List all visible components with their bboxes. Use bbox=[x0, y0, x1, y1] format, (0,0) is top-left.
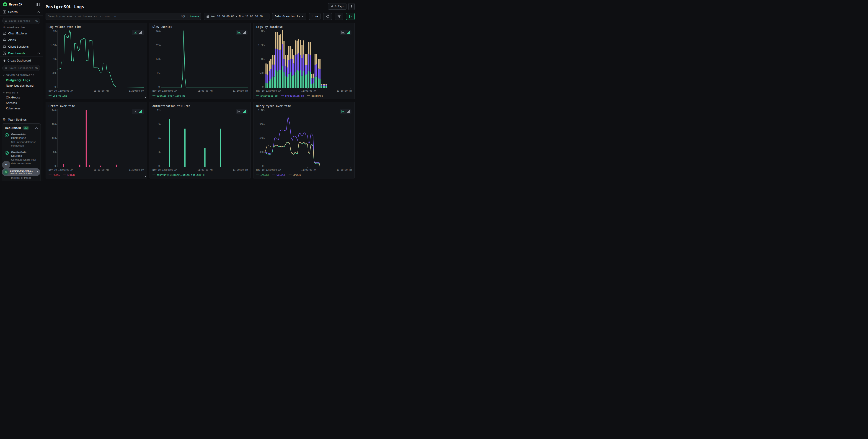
bar-chart-toggle-button[interactable] bbox=[139, 31, 142, 34]
legend-label: INSERT bbox=[260, 174, 269, 176]
more-options-button[interactable] bbox=[348, 3, 355, 10]
line-chart-toggle-button[interactable] bbox=[237, 110, 241, 113]
user-menu[interactable]: D dominic.tran@clic... dominic.tran@clic… bbox=[2, 168, 40, 176]
granularity-select[interactable]: Auto Granularity bbox=[272, 13, 306, 20]
chevron-up-icon bbox=[37, 11, 40, 13]
y-tick-label: 240 bbox=[52, 109, 56, 112]
dashboard-grid: Log volume over time 2K1.5K1K5000 Nov 10… bbox=[45, 23, 355, 179]
y-tick-label: 180 bbox=[52, 123, 56, 126]
section-saved-dashboards[interactable]: SAVED DASHBOARDS bbox=[0, 71, 43, 77]
resize-handle[interactable] bbox=[352, 176, 353, 177]
sidebar-item-chart-explorer[interactable]: Chart Explorer bbox=[0, 30, 43, 37]
app-root: HyperDX Search ⌘K No saved searches Char… bbox=[0, 0, 358, 181]
time-range-picker[interactable]: Nov 10 00:00:00 - Nov 11 00:00:00 bbox=[204, 13, 270, 20]
logs-list-icon bbox=[3, 10, 6, 14]
sidebar-item-label: Dashboards bbox=[8, 52, 35, 55]
bar-chart-toggle-button[interactable] bbox=[347, 31, 350, 34]
create-dashboard-label: Create Dashboard bbox=[7, 59, 31, 62]
line-chart-toggle-button[interactable] bbox=[133, 31, 137, 34]
play-icon bbox=[349, 15, 352, 18]
keyboard-shortcut-badge: ⌘K bbox=[35, 67, 38, 69]
y-tick-label: 6 bbox=[158, 137, 160, 139]
bell-icon bbox=[3, 38, 6, 42]
chart-plot[interactable] bbox=[57, 109, 144, 167]
line-chart-toggle-button[interactable] bbox=[341, 31, 345, 34]
bar-chart-toggle-button[interactable] bbox=[139, 110, 142, 113]
legend-label: countIf(like(arr..ation failed%')) bbox=[157, 174, 206, 176]
chart-plot[interactable] bbox=[265, 109, 352, 167]
y-axis-labels: 2K1.5K1K5000 bbox=[256, 30, 265, 88]
sidebar-item-dashboards[interactable]: Dashboards bbox=[0, 50, 43, 57]
filter-button[interactable] bbox=[335, 13, 343, 20]
help-button[interactable]: ? bbox=[2, 161, 10, 169]
x-tick-label: 11:30:00 PM bbox=[233, 90, 248, 92]
sidebar-item-client-sessions[interactable]: Client Sessions bbox=[0, 43, 43, 50]
header-actions: 0 Tags bbox=[328, 3, 355, 10]
y-tick-label: 0 bbox=[158, 86, 160, 88]
live-button[interactable]: Live bbox=[309, 13, 320, 20]
chart-type-toggle bbox=[236, 109, 248, 115]
sidebar-item-nginx-dashboard[interactable]: Nginx logs dashboard bbox=[0, 83, 43, 88]
sql-mode-button[interactable]: SQL bbox=[181, 15, 186, 18]
line-chart-toggle-button[interactable] bbox=[341, 110, 345, 113]
y-tick-label: 1.5K bbox=[258, 44, 264, 46]
section-label: SAVED DASHBOARDS bbox=[6, 74, 34, 76]
x-tick-label: 11:00:00 AM bbox=[197, 169, 212, 171]
line-chart-toggle-button[interactable] bbox=[133, 110, 137, 113]
saved-searches-searchbox[interactable]: ⌘K bbox=[2, 18, 40, 24]
bar-chart-toggle-button[interactable] bbox=[347, 110, 350, 113]
time-range-value: Nov 10 00:00:00 - Nov 11 00:00:00 bbox=[211, 15, 262, 18]
sidebar-item-search[interactable]: Search bbox=[0, 9, 43, 15]
line-chart-toggle-button[interactable] bbox=[237, 31, 241, 34]
run-query-button[interactable] bbox=[346, 13, 355, 20]
legend-label: production_db bbox=[285, 94, 304, 97]
x-axis-labels: Nov 10 12:00:00 AM11:00:00 AM11:30:00 PM bbox=[153, 90, 248, 92]
chevron-up-icon bbox=[37, 53, 40, 54]
x-tick-label: Nov 10 12:00:00 AM bbox=[49, 169, 73, 171]
y-tick-label: 120 bbox=[52, 137, 56, 139]
y-axis-labels: 1.2K9006003000 bbox=[256, 109, 265, 167]
saved-searches-input[interactable] bbox=[9, 20, 33, 22]
legend-label: analytics_db bbox=[260, 94, 278, 97]
chevron-up-icon bbox=[35, 127, 38, 129]
y-tick-label: 255 bbox=[156, 44, 160, 46]
sidebar-item-services[interactable]: Services bbox=[0, 100, 43, 106]
event-search-input[interactable] bbox=[45, 13, 201, 20]
section-presets[interactable]: PRESETS bbox=[0, 88, 43, 95]
y-tick-label: 170 bbox=[156, 58, 160, 60]
chart-plot[interactable] bbox=[161, 109, 248, 167]
chart-plot[interactable] bbox=[265, 30, 352, 88]
legend-dash-icon bbox=[256, 175, 259, 175]
chart-plot[interactable] bbox=[161, 30, 248, 88]
get-started-header[interactable]: Get Started 3/3 bbox=[2, 124, 40, 131]
resize-handle[interactable] bbox=[248, 176, 249, 177]
y-tick-label: 340 bbox=[156, 30, 160, 33]
sidebar-item-clickhouse[interactable]: ClickHouse bbox=[0, 95, 43, 100]
refresh-button[interactable] bbox=[323, 13, 332, 20]
saved-dashboards-searchbox[interactable]: ⌘K bbox=[2, 65, 40, 71]
legend-label: UPDATE bbox=[293, 174, 301, 176]
resize-handle[interactable] bbox=[144, 176, 146, 177]
chart-type-toggle bbox=[340, 30, 351, 35]
sidebar-item-kubernetes[interactable]: Kubernetes bbox=[0, 106, 43, 111]
dashboards-grid-icon bbox=[3, 52, 6, 55]
panel-logs-by-database: Logs by database 2K1.5K1K5000 Nov 10 12:… bbox=[253, 23, 355, 99]
get-started-step-connect[interactable]: Connect to ClickHouse Set up your databa… bbox=[2, 131, 40, 149]
resize-handle[interactable] bbox=[144, 97, 146, 98]
tags-button[interactable]: 0 Tags bbox=[328, 3, 346, 9]
y-tick-label: 300 bbox=[259, 151, 264, 153]
bar-chart-toggle-button[interactable] bbox=[243, 110, 246, 113]
lucene-mode-button[interactable]: Lucene bbox=[190, 15, 199, 18]
bar-chart-toggle-button[interactable] bbox=[243, 31, 246, 34]
resize-handle[interactable] bbox=[352, 97, 353, 98]
create-dashboard-button[interactable]: Create Dashboard bbox=[0, 57, 43, 63]
sidebar-item-team-settings[interactable]: ⚙ Team Settings bbox=[0, 116, 43, 123]
sidebar-item-alerts[interactable]: Alerts bbox=[0, 37, 43, 43]
x-axis-labels: Nov 10 12:00:00 AM11:00:00 AM11:30:00 PM bbox=[256, 169, 352, 171]
collapse-sidebar-button[interactable] bbox=[36, 3, 40, 6]
resize-handle[interactable] bbox=[248, 97, 249, 98]
saved-dashboards-input[interactable] bbox=[9, 67, 33, 69]
chart-plot[interactable] bbox=[57, 30, 144, 88]
hyperdx-logo[interactable]: HyperDX bbox=[3, 2, 22, 7]
sidebar-item-postgresql-logs[interactable]: PostgreSQL Logs bbox=[0, 77, 43, 83]
